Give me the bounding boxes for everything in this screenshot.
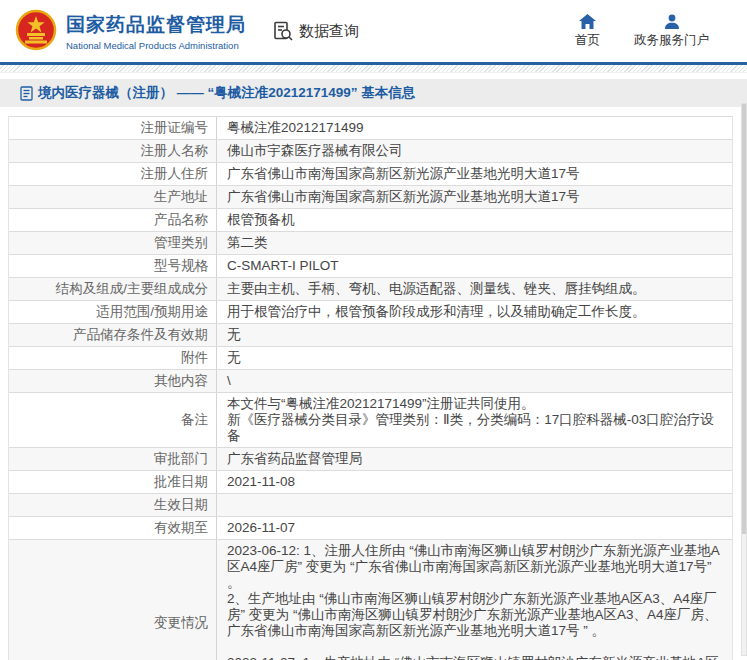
row-label: 其他内容 [9, 370, 216, 392]
row-label: 审批部门 [9, 448, 216, 470]
row-label-text: 有效期至 [154, 520, 208, 536]
row-label-text: 产品名称 [154, 212, 208, 228]
header-nav: 首页 政务服务门户 [575, 14, 709, 49]
row-value-text: 2021-11-08 [227, 474, 295, 490]
row-label-text: 适用范围/预期用途 [96, 304, 208, 320]
data-query-icon [272, 20, 294, 42]
row-label: 管理类别 [9, 232, 216, 254]
row-label: 产品储存条件及有效期 [9, 324, 216, 346]
breadcrumb-bar: 境内医疗器械（注册） —— “粤械注准20212171499” 基本信息 [0, 79, 747, 107]
row-label-text: 结构及组成/主要组成成分 [56, 281, 208, 297]
row-value: 2021-11-08 [216, 471, 732, 493]
row-value: 用于根管治疗中，根管预备阶段成形和清理，以及辅助确定工作长度。 [216, 301, 732, 323]
row-value-text: 粤械注准20212171499 [227, 120, 364, 136]
row-label: 结构及组成/主要组成成分 [9, 278, 216, 300]
table-row: 注册人名称佛山市宇森医疗器械有限公司 [9, 140, 732, 163]
page-title: 境内医疗器械（注册） —— “粤械注准20212171499” 基本信息 [38, 84, 415, 102]
row-value-text: 2026-11-07 [227, 520, 295, 536]
vertical-scrollbar[interactable] [741, 103, 747, 656]
table-row: 管理类别第二类 [9, 232, 732, 255]
table-row: 结构及组成/主要组成成分主要由主机、手柄、弯机、电源适配器、测量线、锉夹、唇挂钩… [9, 278, 732, 301]
row-label: 适用范围/预期用途 [9, 301, 216, 323]
row-value: 佛山市宇森医疗器械有限公司 [216, 140, 732, 162]
row-value: 广东省药品监督管理局 [216, 448, 732, 470]
row-value: C-SMART-I PILOT [216, 255, 732, 277]
row-value: 2023-06-12: 1、注册人住所由 “佛山市南海区狮山镇罗村朗沙广东新光源… [216, 540, 732, 660]
row-label-text: 产品储存条件及有效期 [73, 327, 208, 343]
data-query-label: 数据查询 [299, 22, 359, 41]
table-row: 审批部门广东省药品监督管理局 [9, 448, 732, 471]
row-value-text: 本文件与“粤械注准20212171499”注册证共同使用。 新《医疗器械分类目录… [227, 396, 722, 444]
nav-portal-label: 政务服务门户 [634, 32, 709, 49]
row-label-text: 管理类别 [154, 235, 208, 251]
row-label: 注册人名称 [9, 140, 216, 162]
table-row: 产品储存条件及有效期无 [9, 324, 732, 347]
row-value-text: 无 [227, 327, 241, 343]
table-row: 有效期至2026-11-07 [9, 517, 732, 540]
user-icon [664, 14, 680, 29]
national-emblem-icon [14, 9, 58, 53]
row-label: 注册证编号 [9, 117, 216, 139]
row-label: 备注 [9, 393, 216, 447]
row-value: 2026-11-07 [216, 517, 732, 539]
row-value-text: 广东省佛山市南海国家高新区新光源产业基地光明大道17号 [227, 166, 580, 182]
table-row: 注册人住所广东省佛山市南海国家高新区新光源产业基地光明大道17号 [9, 163, 732, 186]
row-label: 变更情况 [9, 540, 216, 660]
nav-portal[interactable]: 政务服务门户 [634, 14, 709, 49]
row-label-text: 备注 [181, 412, 208, 428]
table-row: 产品名称根管预备机 [9, 209, 732, 232]
page: 国家药品监督管理局 National Medical Products Admi… [0, 0, 747, 660]
row-label: 注册人住所 [9, 163, 216, 185]
table-row: 备注本文件与“粤械注准20212171499”注册证共同使用。 新《医疗器械分类… [9, 393, 732, 448]
table-row: 生效日期 [9, 494, 732, 517]
row-label: 有效期至 [9, 517, 216, 539]
row-value: 广东省佛山市南海国家高新区新光源产业基地光明大道17号 [216, 163, 732, 185]
row-value: 主要由主机、手柄、弯机、电源适配器、测量线、锉夹、唇挂钩组成。 [216, 278, 732, 300]
row-label: 型号规格 [9, 255, 216, 277]
table-row: 其他内容\ [9, 370, 732, 393]
row-label-text: 注册人名称 [141, 143, 209, 159]
row-value-text: 主要由主机、手柄、弯机、电源适配器、测量线、锉夹、唇挂钩组成。 [227, 281, 646, 297]
row-value: 第二类 [216, 232, 732, 254]
row-label-text: 附件 [181, 350, 208, 366]
row-label: 批准日期 [9, 471, 216, 493]
row-value: 粤械注准20212171499 [216, 117, 732, 139]
row-value-text: 根管预备机 [227, 212, 295, 228]
table-row: 注册证编号粤械注准20212171499 [9, 117, 732, 140]
row-value-text: \ [227, 373, 231, 389]
table-row: 变更情况2023-06-12: 1、注册人住所由 “佛山市南海区狮山镇罗村朗沙广… [9, 540, 732, 660]
row-value-text: 无 [227, 350, 241, 366]
row-value: 广东省佛山市南海国家高新区新光源产业基地光明大道17号 [216, 186, 732, 208]
row-value: 无 [216, 324, 732, 346]
row-label-text: 注册证编号 [141, 120, 209, 136]
brand-text: 国家药品监督管理局 National Medical Products Admi… [66, 12, 246, 51]
row-label-text: 变更情况 [154, 615, 208, 631]
nav-home-label: 首页 [575, 32, 600, 49]
registration-info-table: 注册证编号粤械注准20212171499注册人名称佛山市宇森医疗器械有限公司注册… [8, 116, 733, 660]
nav-home[interactable]: 首页 [575, 14, 600, 49]
row-label-text: 其他内容 [154, 373, 208, 389]
scrollbar-thumb[interactable] [742, 104, 746, 534]
table-wrap: 注册证编号粤械注准20212171499注册人名称佛山市宇森医疗器械有限公司注册… [8, 116, 733, 660]
row-label-text: 审批部门 [154, 451, 208, 467]
row-value-text: 广东省佛山市南海国家高新区新光源产业基地光明大道17号 [227, 189, 580, 205]
row-value [216, 494, 732, 516]
row-value: 根管预备机 [216, 209, 732, 231]
row-label-text: 注册人住所 [141, 166, 209, 182]
row-value-text: 佛山市宇森医疗器械有限公司 [227, 143, 403, 159]
table-row: 型号规格C-SMART-I PILOT [9, 255, 732, 278]
row-value-text: C-SMART-I PILOT [227, 258, 339, 274]
table-row: 批准日期2021-11-08 [9, 471, 732, 494]
row-value: 本文件与“粤械注准20212171499”注册证共同使用。 新《医疗器械分类目录… [216, 393, 732, 447]
table-row: 生产地址广东省佛山市南海国家高新区新光源产业基地光明大道17号 [9, 186, 732, 209]
row-label-text: 生产地址 [154, 189, 208, 205]
data-query-entry[interactable]: 数据查询 [272, 20, 359, 42]
row-label-text: 批准日期 [154, 474, 208, 490]
table-row: 附件无 [9, 347, 732, 370]
row-value: \ [216, 370, 732, 392]
row-label: 附件 [9, 347, 216, 369]
org-name-en: National Medical Products Administration [66, 40, 246, 51]
hatch-pattern-strip [0, 65, 747, 73]
row-value: 无 [216, 347, 732, 369]
row-value-text: 广东省药品监督管理局 [227, 451, 362, 467]
